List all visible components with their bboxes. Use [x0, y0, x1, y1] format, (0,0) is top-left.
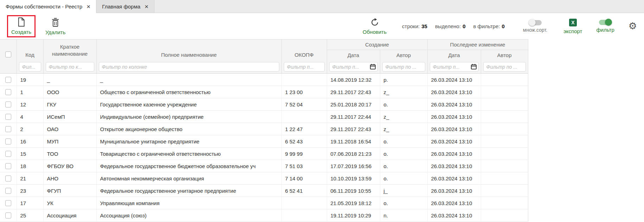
table-row[interactable]: 16 МУП Муниципальное унитарное предприят… — [0, 135, 528, 148]
cell-full-name: Открытое акционерное общество — [96, 123, 281, 135]
delete-button[interactable]: Удалить — [45, 18, 65, 35]
table-row[interactable]: 23 ФГУП Федеральное государственное унит… — [0, 185, 528, 197]
tab-label: Главная форма — [102, 4, 140, 10]
toggle-off-icon[interactable] — [529, 20, 542, 25]
cell-short-name: УК — [43, 197, 96, 209]
cell-modified-date: 26.03.2024 13:10 — [427, 160, 481, 172]
new-document-icon — [17, 17, 25, 28]
filter-full-name-input[interactable] — [99, 62, 279, 72]
cell-okopf: 7 14 00 — [281, 172, 327, 185]
cell-code: 16 — [17, 135, 43, 148]
row-checkbox[interactable] — [5, 188, 11, 194]
table-row[interactable]: 19 _ _ 14.08.2019 12:32 p. 26.03.2024 13… — [0, 74, 528, 86]
col-header-short-name[interactable]: Краткое наименование — [43, 39, 96, 61]
filter-modified-author-input[interactable] — [483, 62, 526, 72]
cell-modified-date: 26.03.2024 13:10 — [427, 74, 481, 86]
cell-modified-author — [481, 172, 528, 185]
export-button[interactable]: X экспорт — [563, 19, 582, 34]
create-button-label: Создать — [11, 29, 31, 35]
cell-created-author: z_ — [380, 111, 427, 123]
cell-full-name: Общество с ограниченной ответственностью — [96, 86, 281, 98]
table-row[interactable]: 2 ОАО Открытое акционерное общество 1 22… — [0, 123, 528, 135]
col-header-modified-author[interactable]: Автор — [481, 50, 528, 61]
row-checkbox[interactable] — [5, 126, 11, 132]
filter-toggle-button[interactable]: фильтр — [596, 20, 614, 32]
row-checkbox-cell — [0, 111, 17, 123]
selected-count: выделено:0 — [435, 23, 466, 29]
row-checkbox[interactable] — [5, 212, 11, 218]
cell-short-name: ФГУП — [43, 185, 96, 197]
table-body: 19 _ _ 14.08.2019 12:32 p. 26.03.2024 13… — [0, 74, 528, 222]
in-filter-count-value: 0 — [502, 23, 504, 29]
settings-gear-icon[interactable]: ⚙ — [629, 21, 637, 31]
cell-modified-author — [481, 98, 528, 111]
table-row[interactable]: 21 АНО Автономная некоммерческая организ… — [0, 172, 528, 185]
cell-full-name: Управляющая компания — [96, 197, 281, 209]
filter-created-author-input[interactable] — [382, 62, 425, 72]
table-row[interactable]: 25 Ассоциация Ассоциация (союз) 19.11.20… — [0, 209, 528, 222]
cell-modified-date: 26.03.2024 13:10 — [427, 197, 481, 209]
create-button-highlight-annotation: Создать — [7, 15, 36, 37]
cell-okopf — [281, 74, 327, 86]
cell-full-name: Федеральное государственное бюджетное об… — [96, 160, 281, 172]
table-row[interactable]: 18 ФГБОУ ВО Федеральное государственное … — [0, 160, 528, 172]
cell-short-name: ОАО — [43, 123, 96, 135]
col-header-code[interactable]: Код — [17, 39, 43, 61]
row-checkbox[interactable] — [5, 89, 11, 95]
col-header-full-name[interactable]: Полное наименование — [96, 39, 281, 61]
col-header-created-author[interactable]: Автор — [380, 50, 427, 61]
in-filter-count-label: в фильтре: — [473, 23, 500, 29]
cell-full-name: Муниципальное унитарное предприятие — [96, 135, 281, 148]
row-checkbox[interactable] — [5, 200, 11, 206]
table-row[interactable]: 15 ТОО Товарищество с ограниченной ответ… — [0, 148, 528, 160]
multi-sort-toggle-button[interactable]: множ.сорт. — [523, 20, 547, 32]
row-checkbox-cell — [0, 86, 17, 98]
cell-modified-author — [481, 209, 528, 222]
cell-okopf: 9 99 99 — [281, 148, 327, 160]
row-checkbox[interactable] — [5, 151, 11, 157]
col-header-created-date[interactable]: Дата — [327, 50, 380, 61]
cell-code: 23 — [17, 185, 43, 197]
filter-okopf-input[interactable] — [284, 62, 325, 72]
cell-modified-date: 26.03.2024 13:10 — [427, 185, 481, 197]
tab-forms-of-ownership-registry[interactable]: Формы собственности - Реестр × — [0, 0, 96, 13]
col-header-okopf[interactable]: ОКОПФ — [281, 39, 327, 61]
cell-full-name: _ — [96, 74, 281, 86]
row-checkbox-cell — [0, 74, 17, 86]
cell-full-name: Государственное казенное учреждение — [96, 98, 281, 111]
cell-created-author: o. — [380, 148, 427, 160]
toggle-on-icon[interactable] — [599, 20, 612, 25]
select-all-checkbox[interactable] — [5, 51, 11, 57]
table-row[interactable]: 12 ГКУ Государственное казенное учрежден… — [0, 98, 528, 111]
selected-count-value: 0 — [463, 23, 465, 29]
create-button[interactable]: Создать — [11, 17, 31, 35]
row-checkbox[interactable] — [5, 114, 11, 120]
filter-empty-cell — [0, 61, 17, 74]
table-row[interactable]: 1 ООО Общество с ограниченной ответствен… — [0, 86, 528, 98]
cell-full-name: Автономная некоммерческая организация — [96, 172, 281, 185]
col-header-modified-date[interactable]: Дата — [427, 50, 481, 61]
cell-created-date: 29.11.2017 22:44 — [327, 111, 380, 123]
close-tab-icon[interactable]: × — [87, 3, 90, 10]
row-checkbox[interactable] — [5, 163, 11, 169]
calendar-icon[interactable] — [370, 64, 376, 69]
group-header-creation: Создание — [327, 39, 427, 50]
filter-code-input[interactable] — [19, 62, 41, 72]
filter-short-name-input[interactable] — [46, 62, 94, 72]
table-row[interactable]: 4 ИСемП Индивидуальное (семейное) предпр… — [0, 111, 528, 123]
cell-code: 15 — [17, 148, 43, 160]
row-checkbox-cell — [0, 123, 17, 135]
row-checkbox[interactable] — [5, 175, 11, 181]
tab-main-form[interactable]: Главная форма × — [96, 0, 154, 13]
toolbar: Создать Удалить — [0, 13, 644, 39]
table-row[interactable]: 17 УК Управляющая компания 21.05.2019 18… — [0, 197, 528, 209]
close-tab-icon[interactable]: × — [145, 3, 148, 10]
calendar-icon[interactable] — [471, 64, 477, 69]
row-checkbox[interactable] — [5, 101, 11, 107]
refresh-button[interactable]: Обновить — [363, 18, 387, 35]
row-checkbox[interactable] — [5, 77, 11, 83]
cell-modified-author — [481, 148, 528, 160]
cell-code: 2 — [17, 123, 43, 135]
cell-full-name: Индивидуальное (семейное) предприятие — [96, 111, 281, 123]
row-checkbox[interactable] — [5, 138, 11, 144]
